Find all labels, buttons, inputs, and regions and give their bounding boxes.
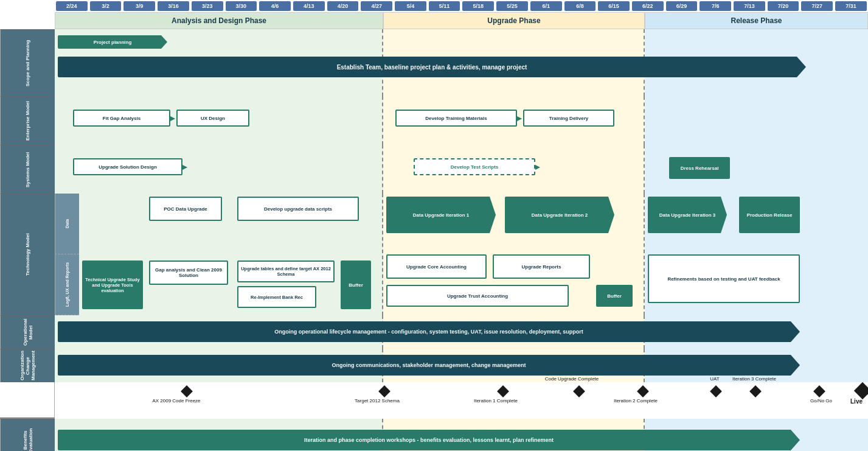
milestone-gonogo-label: Go/No Go bbox=[803, 398, 839, 404]
date-cell: 4/6 bbox=[259, 1, 291, 12]
date-cell: 5/25 bbox=[496, 1, 529, 12]
row-operational-model: Operational Model Ongoing operational li… bbox=[0, 315, 868, 349]
label-scope-planning: Scope and Planning bbox=[0, 29, 55, 96]
date-cell: 2/24 bbox=[55, 1, 88, 12]
bar-data-upgrade-1: Data Upgrade Iteration 1 bbox=[386, 197, 496, 233]
bar-upgrade-core: Upgrade Core Accounting bbox=[386, 254, 487, 279]
milestone-target2012 bbox=[378, 385, 391, 397]
milestone-iter2-label: Iteration 2 Complete bbox=[605, 398, 666, 404]
bar-upgrade-tables: Upgrade tables and define target AX 2012… bbox=[237, 260, 335, 282]
bar-data-upgrade-2: Data Upgrade Iteration 2 bbox=[505, 197, 614, 233]
milestone-ax2009-label: AX 2009 Code Freeze bbox=[146, 398, 207, 404]
date-cell: 7/13 bbox=[733, 1, 766, 12]
bar-poc-data: POC Data Upgrade bbox=[149, 197, 222, 221]
milestone-iter2 bbox=[637, 385, 649, 397]
bar-upgrade-trust: Upgrade Trust Accounting bbox=[386, 285, 569, 307]
milestone-gonogo bbox=[813, 385, 825, 397]
label-data: Data bbox=[55, 194, 79, 254]
date-cell: 5/18 bbox=[462, 1, 495, 12]
date-cell: 5/4 bbox=[394, 1, 427, 12]
date-cell: 3/16 bbox=[157, 1, 190, 12]
row-systems-model: Systems Model Upgrade Solution Design ► … bbox=[0, 145, 868, 194]
bar-production-release: Production Release bbox=[739, 197, 800, 233]
milestone-code-upgrade-label: Code Upgrade Complete bbox=[541, 376, 602, 382]
row-technology-model: Technology Model Data Log6, UX and Repor… bbox=[0, 194, 868, 315]
row-enterprise-model: Enterprise Model Fit Gap Analysis ► UX D… bbox=[0, 96, 868, 145]
label-operational-model: Operational Model bbox=[0, 315, 55, 349]
bar-benefits: Iteration and phase completion workshops… bbox=[58, 430, 800, 450]
bar-upgrade-reports: Upgrade Reports bbox=[493, 254, 590, 279]
label-systems-model: Systems Model bbox=[0, 145, 55, 194]
milestone-target2012-label: Target 2012 Schema bbox=[347, 398, 408, 404]
gantt-chart: 2/243/23/93/163/233/304/64/134/204/275/4… bbox=[0, 0, 868, 451]
milestone-code-upgrade bbox=[573, 385, 585, 397]
bar-establish-team: Establish Team, baseline project plan & … bbox=[58, 57, 806, 77]
bar-develop-upgrade: Develop upgrade data scripts bbox=[237, 197, 359, 221]
date-cell: 6/15 bbox=[597, 1, 630, 12]
milestone-uat-label: UAT bbox=[703, 376, 727, 382]
label-benefits: Benefits Evaluation bbox=[0, 419, 55, 451]
bar-ongoing-comms: Ongoing communications, stakeholder mana… bbox=[58, 355, 800, 376]
row-benefits: Benefits Evaluation Iteration and phase … bbox=[0, 419, 868, 451]
bar-data-upgrade-3: Data Upgrade Iteration 3 bbox=[648, 197, 727, 233]
date-cell: 6/1 bbox=[530, 1, 563, 12]
bar-ux-design: UX Design bbox=[176, 110, 249, 127]
milestone-iter3 bbox=[749, 385, 762, 397]
row-milestones: AX 2009 Code Freeze Target 2012 Schema I… bbox=[0, 382, 868, 419]
bar-dress-rehearsal: Dress Rehearsal bbox=[669, 157, 730, 179]
label-enterprise-model: Enterprise Model bbox=[0, 96, 55, 145]
milestone-ax2009 bbox=[181, 385, 193, 397]
bar-reimplement: Re-Implement Bank Rec bbox=[237, 286, 316, 308]
date-cell: 7/27 bbox=[800, 1, 833, 12]
bar-ongoing-ops: Ongoing operational lifecycle management… bbox=[58, 321, 800, 342]
bar-training-delivery: Training Delivery bbox=[523, 110, 614, 127]
date-cell: 6/22 bbox=[631, 1, 664, 12]
milestone-live bbox=[854, 382, 868, 399]
label-ocm: Organization Change Management bbox=[0, 349, 55, 382]
date-cell: 3/9 bbox=[123, 1, 156, 12]
phase-release: Release Phase bbox=[645, 12, 868, 29]
date-cell: 3/2 bbox=[89, 1, 122, 12]
milestone-uat bbox=[710, 385, 722, 397]
row-scope-planning: Scope and Planning Project planning Esta… bbox=[0, 29, 868, 96]
label-technology-model: Technology Model bbox=[0, 194, 55, 315]
bar-develop-training: Develop Training Materials bbox=[395, 110, 517, 127]
date-cell: 3/23 bbox=[191, 1, 224, 12]
bar-develop-test-scripts: Develop Test Scripts bbox=[414, 158, 535, 175]
date-cell: 3/30 bbox=[225, 1, 258, 12]
date-cell: 4/13 bbox=[293, 1, 325, 12]
bar-technical-upgrade: Technical Upgrade Study and Upgrade Tool… bbox=[82, 260, 143, 309]
phase-analysis: Analysis and Design Phase bbox=[55, 12, 383, 29]
bar-project-planning: Project planning bbox=[58, 35, 167, 49]
milestone-iter1-label: Iteration 1 Complete bbox=[465, 398, 526, 404]
date-cell: 4/27 bbox=[360, 1, 393, 12]
date-cell: 7/20 bbox=[767, 1, 800, 12]
phase-upgrade: Upgrade Phase bbox=[383, 12, 645, 29]
milestone-live-label: Live bbox=[850, 398, 863, 405]
milestone-iter3-label: Iteration 3 Complete bbox=[724, 376, 785, 382]
bar-buffer1: Buffer bbox=[341, 260, 371, 309]
bar-upgrade-solution: Upgrade Solution Design bbox=[73, 158, 182, 175]
date-cell: 5/11 bbox=[428, 1, 461, 12]
bar-fit-gap: Fit Gap Analysis bbox=[73, 110, 170, 127]
date-cell: 7/31 bbox=[835, 1, 867, 12]
date-cell: 7/6 bbox=[699, 1, 732, 12]
bar-buffer2: Buffer bbox=[596, 285, 633, 307]
label-logs-ux: Log6, UX and Reports bbox=[55, 254, 79, 315]
date-cell: 6/29 bbox=[665, 1, 698, 12]
bar-gap-analysis: Gap analysis and Clean 2009 Solution bbox=[149, 260, 228, 285]
milestone-iter1 bbox=[497, 385, 509, 397]
date-cell: 4/20 bbox=[327, 1, 359, 12]
date-cell: 6/8 bbox=[564, 1, 597, 12]
bar-refinements: Refinements based on testing and UAT fee… bbox=[648, 254, 800, 303]
